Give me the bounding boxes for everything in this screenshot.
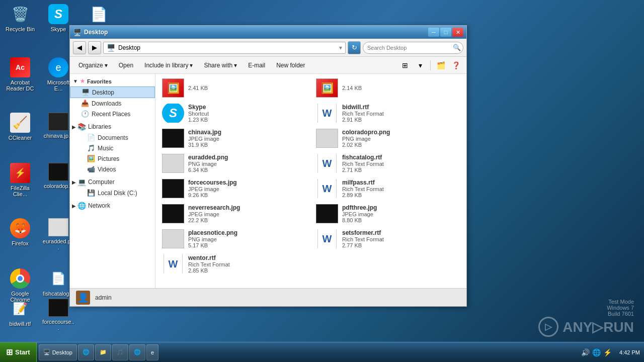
file-name: milfpass.rtf — [342, 179, 384, 186]
maximize-button[interactable]: □ — [440, 28, 451, 37]
desktop-icon-bidwill[interactable]: 📝 bidwill.rtf — [2, 297, 38, 329]
list-item[interactable]: wentor.rtf Rich Text Format 2.85 KB — [157, 252, 310, 276]
minimize-button[interactable]: ─ — [428, 28, 439, 37]
taskbar-item-folder[interactable]: 📁 — [95, 344, 111, 360]
list-item[interactable]: forcecourses.jpg JPEG image 9.26 KB — [157, 176, 310, 201]
toolbar: Organize ▾ Open Include in library ▾ Sha… — [70, 57, 466, 74]
sidebar-item-downloads[interactable]: 📥 Downloads — [70, 98, 155, 109]
file-thumbnail — [316, 229, 338, 248]
window-title: Desktop — [84, 29, 428, 36]
favorites-header[interactable]: ▼ ★ Favorites — [70, 76, 155, 86]
start-button[interactable]: ⊞ Start — [0, 342, 37, 362]
list-item[interactable]: milfpass.rtf Rich Text Format 2.89 KB — [311, 176, 464, 201]
view-dropdown-button[interactable]: ▾ — [414, 59, 427, 72]
email-button[interactable]: E-mail — [244, 59, 270, 72]
desktop-folder-icon: 🖥️ — [82, 88, 90, 96]
recent-places-icon: 🕐 — [81, 110, 89, 118]
list-item[interactable]: setsformer.rtf Rich Text Format 2.77 KB — [311, 227, 464, 251]
desktop-icon-ccleaner[interactable]: 🧹 CCleaner — [2, 111, 38, 143]
network-header[interactable]: ▶ 🌐 Network — [70, 200, 155, 211]
sidebar-documents-label: Documents — [98, 134, 128, 141]
tray-icon-volume[interactable]: 🔊 — [581, 348, 589, 356]
taskbar-item-chrome[interactable]: 🌐 — [129, 344, 145, 360]
file-size: 1.23 KB — [188, 117, 209, 123]
local-disk-icon: 💾 — [87, 189, 95, 197]
file-type: JPEG image — [342, 211, 377, 217]
view-options-button[interactable]: ⊞ — [398, 59, 412, 72]
share-with-button[interactable]: Share with ▾ — [199, 59, 242, 72]
file-info: setsformer.rtf Rich Text Format 2.77 KB — [342, 229, 384, 248]
sidebar-item-music[interactable]: 🎵 Music — [70, 143, 155, 153]
documents-icon: 📄 — [87, 134, 95, 141]
taskbar-item-media[interactable]: 🎵 — [112, 344, 128, 360]
open-button[interactable]: Open — [114, 59, 138, 72]
computer-header[interactable]: ▶ 💻 Computer — [70, 176, 155, 188]
address-bar[interactable]: 🖥️ Desktop ▾ — [103, 42, 346, 54]
libraries-header[interactable]: ▶ 📚 Libraries — [70, 121, 155, 132]
desktop-icon-acrobat[interactable]: Ac Acrobat Reader DC — [2, 55, 38, 94]
file-thumbnail — [162, 129, 184, 148]
new-folder-button[interactable]: New folder — [272, 59, 309, 72]
sidebar-item-desktop[interactable]: 🖥️ Desktop — [70, 86, 155, 98]
tray-icon-network[interactable]: 🌐 — [592, 348, 600, 356]
close-button[interactable]: ✕ — [452, 28, 463, 37]
back-button[interactable]: ◀ — [73, 41, 86, 54]
sidebar-item-recent-places[interactable]: 🕐 Recent Places — [70, 109, 155, 119]
file-size: 8.80 KB — [342, 217, 377, 223]
list-item[interactable]: placesnotice.png PNG image 5.17 KB — [157, 227, 310, 251]
taskbar-item-ie[interactable]: 🌐 — [78, 344, 94, 360]
list-item[interactable]: 🖼️ 2.14 KB — [311, 76, 464, 100]
refresh-button[interactable]: ↻ — [348, 41, 361, 54]
nav-bar: ◀ ▶ 🖥️ Desktop ▾ ↻ 🔍 — [70, 39, 466, 57]
forward-button[interactable]: ▶ — [88, 41, 101, 54]
desktop-icon-firefox[interactable]: 🦊 Firefox — [2, 216, 38, 248]
file-info: 2.14 KB — [342, 85, 362, 91]
taskbar-item-explorer[interactable]: 🖥️ Desktop — [39, 344, 77, 360]
open-label: Open — [119, 62, 133, 69]
list-item[interactable]: pdfthree.jpg JPEG image 8.80 KB — [311, 202, 464, 226]
search-input[interactable] — [363, 42, 463, 54]
list-item[interactable]: 🖼️ 2.41 KB — [157, 76, 310, 100]
system-clock[interactable]: 4:42 PM — [615, 349, 644, 355]
details-pane-button[interactable]: 🗂️ — [434, 59, 447, 72]
organize-button[interactable]: Organize ▾ — [74, 59, 112, 72]
word-doc-icon — [164, 254, 183, 274]
desktop-icon-recycle-bin[interactable]: 🗑️ Recycle Bin — [2, 2, 38, 34]
file-type: JPEG image — [188, 186, 237, 192]
file-type: JPEG image — [188, 136, 221, 142]
file-info: wentor.rtf Rich Text Format 2.85 KB — [188, 254, 230, 274]
desktop-icon-filezilla[interactable]: ⚡ FileZilla Clie... — [2, 161, 38, 199]
file-type: PNG image — [342, 136, 390, 142]
word-doc-icon — [317, 179, 337, 198]
help-button[interactable]: ❓ — [449, 59, 462, 72]
euradded-icon — [48, 218, 68, 236]
desktop-icon-word[interactable]: 📄 — [80, 2, 117, 28]
file-name: forcecourses.jpg — [188, 179, 237, 186]
search-button[interactable]: 🔍 — [451, 42, 462, 53]
list-item[interactable]: fishcatalog.rtf Rich Text Format 2.71 KB — [311, 151, 464, 175]
list-item[interactable]: neverresearch.jpg JPEG image 22.2 KB — [157, 202, 310, 226]
sidebar-item-local-disk[interactable]: 💾 Local Disk (C:) — [70, 188, 155, 198]
list-item[interactable]: coloradopro.png PNG image 2.02 KB — [311, 126, 464, 150]
include-library-button[interactable]: Include in library ▾ — [140, 59, 197, 72]
list-item[interactable]: chinava.jpg JPEG image 31.9 KB — [157, 126, 310, 150]
list-item[interactable]: euradded.png PNG image 6.34 KB — [157, 151, 310, 175]
tray-icon-power[interactable]: ⚡ — [603, 348, 611, 356]
list-item[interactable]: bidwill.rtf Rich Text Format 2.91 KB — [311, 101, 464, 125]
png-thumb — [162, 229, 184, 248]
file-grid: 🖼️ 2.41 KB 🖼️ 2.14 KB — [157, 76, 464, 276]
taskbar-item-icon: 🖥️ — [43, 349, 50, 355]
toolbar-separator — [430, 60, 431, 70]
list-item[interactable]: S Skype Shortcut 1.23 KB — [157, 101, 310, 125]
sidebar-item-documents[interactable]: 📄 Documents — [70, 132, 155, 143]
sidebar-item-pictures[interactable]: 🖼️ Pictures — [70, 153, 155, 164]
file-size: 9.26 KB — [188, 192, 237, 198]
email-label: E-mail — [248, 62, 265, 69]
file-size: 2.77 KB — [342, 242, 384, 248]
file-info: pdfthree.jpg JPEG image 8.80 KB — [342, 204, 377, 223]
skype-thumb: S — [162, 104, 184, 123]
sidebar-item-videos[interactable]: 📹 Videos — [70, 164, 155, 174]
file-name: wentor.rtf — [188, 254, 230, 261]
taskbar-item-edge[interactable]: e — [146, 344, 158, 360]
include-library-label: Include in library — [144, 62, 188, 69]
